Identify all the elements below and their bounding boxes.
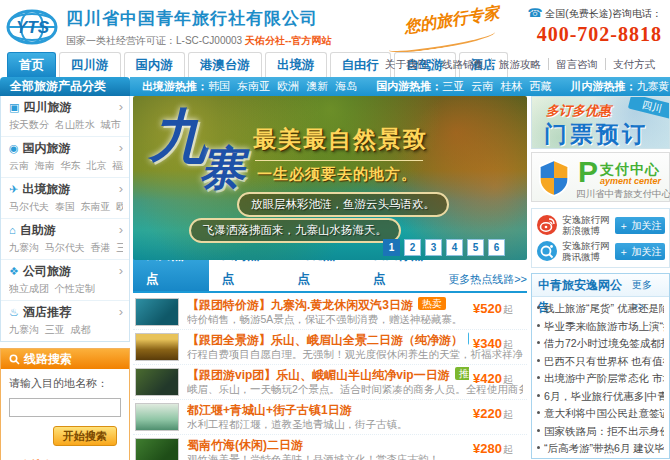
payment-center-box[interactable]: P 支付中心 ayment center 四川省中青旅支付中心 (531, 152, 670, 202)
banner-page-button[interactable]: 2 (404, 239, 421, 256)
announcement-more-link[interactable]: 更多>> (632, 274, 663, 296)
banner-page-button[interactable]: 3 (425, 239, 442, 256)
announcement-item[interactable]: 线上旅游“尾货” 优惠还是陷阱 (537, 300, 664, 318)
nav-utility-links: 关于我们线路锦集旅游攻略留言咨询支付方式 (378, 52, 662, 77)
announcement-item[interactable]: 意大利将中国公民赴意签证办理时 (537, 405, 664, 423)
category-sublinks[interactable]: 九寨沟 马尔代夫 香港 三亚 (9, 241, 123, 255)
banner-page-button[interactable]: 1 (383, 239, 400, 256)
phone-icon: ☎ (527, 6, 542, 20)
product-thumbnail[interactable] (135, 438, 179, 460)
announcement-item[interactable]: 6月，毕业旅行优惠多|中青旅 (537, 388, 664, 406)
sichuan-hot-label: 川内游热推： (571, 80, 637, 92)
link-payment-methods[interactable]: 支付方式 (605, 58, 662, 70)
announcement-item[interactable]: 国家铁路局：拒不出示身份证将被 (537, 423, 664, 441)
banner-page-button[interactable]: 6 (488, 239, 505, 256)
product-thumbnail[interactable] (135, 368, 179, 396)
ticket-booking-banner[interactable]: 多订多优惠 门票预订 四川 (531, 96, 670, 149)
product-list: 【跟团特价游】九寨沟.黄龙休闲双汽3日游热卖 特价销售，畅游5A景点，保证不强制… (133, 293, 527, 460)
category-name: 酒店推荐 (23, 305, 71, 319)
hero-banner[interactable]: 九 寨 最美最自然景致 一生必须要去的地方。 放眼层林彩池涟，鱼游云头鸟语欢。 … (133, 96, 527, 260)
category-sublinks[interactable]: 独立成团 个性定制 (9, 282, 123, 296)
nav-tab-sichuan[interactable]: 四川游 (59, 52, 121, 77)
chevron-right-icon: › (119, 181, 123, 196)
product-title-link[interactable]: 【跟团全景游】乐山、峨眉山全景二日游（纯净游） (187, 333, 463, 347)
price-suffix: 起 (503, 374, 513, 385)
announcement-item[interactable]: 巴西不只有世界杯 也有值得去旅 (537, 353, 664, 371)
route-search-header: 线路搜索 (1, 349, 129, 369)
category-item-hotel[interactable]: ♨酒店推荐› 九寨沟 三亚 成都 (1, 301, 129, 341)
follow-button[interactable]: ＋ 加关注 (615, 243, 665, 260)
link-route-collection[interactable]: 线路锦集 (434, 58, 491, 70)
home-icon: ⌂ (9, 224, 16, 236)
product-item[interactable]: 蜀南竹海(休闲)二日游 观竹海美景！尝特色美味！品酒城文化！赏李庄古韵！ ¥28… (133, 435, 527, 460)
payment-center-subtitle: ayment center (600, 176, 661, 186)
announcement-item[interactable]: 探秘巴西世界杯首战地圣保罗 体 (537, 458, 664, 460)
domestic-hot-links[interactable]: 三亚 云南 桂林 西藏 (442, 80, 551, 92)
product-title-link[interactable]: 都江堰+青城山+街子古镇1日游 (187, 403, 352, 417)
search-icon (9, 354, 20, 365)
right-column: 多订多优惠 门票预订 四川 P (531, 96, 670, 459)
price-suffix: 起 (503, 444, 513, 455)
destination-input[interactable] (9, 398, 121, 417)
banner-headline: 最美最自然景致 (253, 124, 428, 155)
sichuan-hot-links[interactable]: 九寨黄龙 峨眉乐山 稻城亚丁 海螺沟 (637, 80, 670, 92)
product-thumbnail[interactable] (135, 333, 179, 361)
announcement-item[interactable]: 借力72小时过境免签成都打造知 (537, 335, 664, 353)
page: YTS 四川省中国青年旅行社有限公司 国家一类社经营许可证：L-SC-CJ000… (0, 0, 670, 460)
price-value: ¥340 (473, 336, 502, 351)
product-thumbnail[interactable] (135, 298, 179, 326)
banner-divider (255, 160, 423, 161)
product-item[interactable]: 【跟团全景游】乐山、峨眉山全景二日游（纯净游）特价 行程自费项目自愿自理。无强制… (133, 330, 527, 365)
product-item[interactable]: 【跟团游vip团】乐山、峨嵋山半山纯净vip一日游推荐 峨眉、乐山，一天畅玩2个… (133, 365, 527, 400)
announcement-title: 中青旅安逸网公告 (538, 274, 632, 296)
announcement-item[interactable]: 毕业季来临旅游市场上演“抢客” (537, 318, 664, 336)
phone-block: ☎全国(免费长途)咨询电话： 400-702-8818 (527, 6, 662, 46)
product-title-link[interactable]: 【跟团特价游】九寨沟.黄龙休闲双汽3日游 (187, 298, 413, 312)
nav-tab-home[interactable]: 首页 (7, 52, 56, 77)
link-message-consult[interactable]: 留言咨询 (548, 58, 605, 70)
category-name: 自助游 (20, 223, 56, 237)
nav-tab-hkmotw[interactable]: 港澳台游 (188, 52, 262, 77)
banner-page-button[interactable]: 4 (446, 239, 463, 256)
follow-button[interactable]: ＋ 加关注 (615, 217, 665, 234)
shield-icon (538, 159, 570, 200)
category-item-sichuan[interactable]: ▣四川旅游› 按天数分 名山胜水 城市 (1, 96, 129, 137)
license-line: 国家一类社经营许可证：L-SC-CJ00003 天佑分社--官方网站 (66, 34, 332, 48)
announcement-item[interactable]: “后高考游”带热6月 建议毕业 (537, 440, 664, 458)
link-travel-guide[interactable]: 旅游攻略 (491, 58, 548, 70)
weibo-account-line1: 安逸旅行网 (562, 240, 610, 251)
category-name: 国内旅游 (23, 141, 71, 155)
category-item-self-guided[interactable]: ⌂自助游› 九寨沟 马尔代夫 香港 三亚 (1, 219, 129, 260)
chevron-right-icon: › (119, 140, 123, 155)
price-value: ¥280 (473, 441, 502, 456)
category-item-outbound[interactable]: ✈出境旅游› 马尔代夫 泰国 东南亚 欧洲 (1, 178, 129, 219)
briefcase-icon: ❖ (9, 265, 19, 277)
product-title-link[interactable]: 蜀南竹海(休闲)二日游 (187, 438, 303, 452)
start-search-button[interactable]: 开始搜索 (53, 426, 117, 446)
left-sidebar: ▣四川旅游› 按天数分 名山胜水 城市 ◉国内旅游› 云南 海南 华东 北京 福… (0, 96, 130, 460)
banner-calligraphy-char: 寨 (199, 138, 245, 200)
company-name: 四川省中国青年旅行社有限公司 (66, 7, 332, 30)
banner-page-button[interactable]: 5 (467, 239, 484, 256)
category-name: 出境旅游 (22, 182, 70, 196)
category-sublinks[interactable]: 按天数分 名山胜水 城市 (9, 118, 123, 132)
category-sublinks[interactable]: 九寨沟 三亚 成都 (9, 323, 123, 337)
category-item-company[interactable]: ❖公司旅游› 独立成团 个性定制 (1, 260, 129, 301)
chevron-right-icon: › (119, 263, 123, 278)
product-title-link[interactable]: 【跟团游vip团】乐山、峨嵋山半山纯净vip一日游 (187, 368, 450, 382)
product-item[interactable]: 【跟团特价游】九寨沟.黄龙休闲双汽3日游热卖 特价销售，畅游5A景点，保证不强制… (133, 295, 527, 330)
product-thumbnail[interactable] (135, 403, 179, 431)
nav-tab-domestic[interactable]: 国内游 (124, 52, 186, 77)
product-item[interactable]: 都江堰+青城山+街子古镇1日游 水利工程都江堰，道教圣地青城山，街子古镇。 ¥2… (133, 400, 527, 435)
category-sublinks[interactable]: 云南 海南 华东 北京 福建 (9, 159, 123, 173)
category-item-domestic[interactable]: ◉国内旅游› 云南 海南 华东 北京 福建 (1, 137, 129, 178)
outbound-hot-links[interactable]: 韩国 东南亚 欧洲 澳新 海岛 (208, 80, 357, 92)
category-sublinks[interactable]: 马尔代夫 泰国 东南亚 欧洲 (9, 200, 123, 214)
announcement-item[interactable]: 出境游中产阶层常态化 市场需要 (537, 370, 664, 388)
link-about-us[interactable]: 关于我们 (378, 58, 434, 70)
phone-label: 全国(免费长途)咨询电话： (545, 8, 662, 19)
more-hot-routes-link[interactable]: 更多热点线路>> (448, 267, 527, 291)
category-name: 公司旅游 (23, 264, 71, 278)
price-value: ¥220 (473, 406, 502, 421)
nav-tab-outbound[interactable]: 出境游 (265, 52, 327, 77)
